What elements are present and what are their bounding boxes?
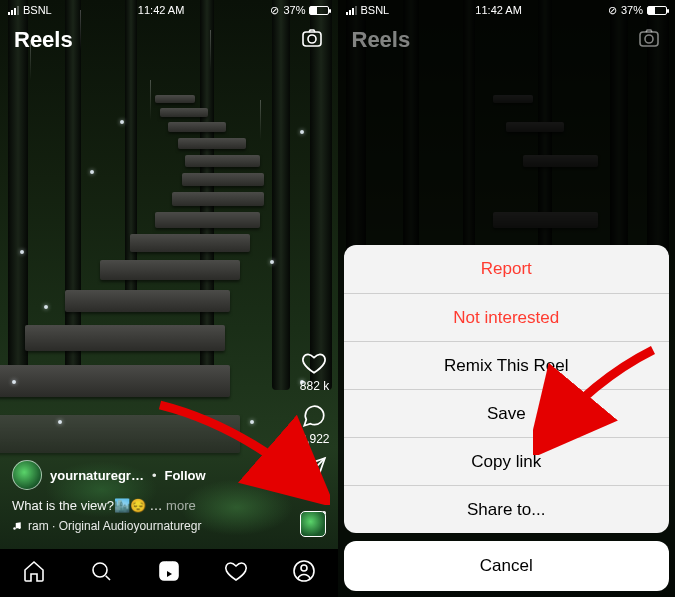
follow-button[interactable]: Follow — [164, 468, 205, 483]
svg-point-1 — [308, 35, 316, 43]
caption-text[interactable]: What is the view?🏙️😔 … more — [12, 498, 278, 513]
action-column: 882 k 2,922 — [299, 350, 329, 482]
audio-thumbnail[interactable] — [300, 511, 326, 537]
svg-point-3 — [18, 526, 21, 529]
sheet-share-to[interactable]: Share to... — [344, 485, 670, 533]
phone-right: BSNL 11:42 AM ⊘ 37% Reels lal Audioyourn… — [338, 0, 676, 597]
caption-more[interactable]: more — [166, 498, 196, 513]
signal-icon — [8, 6, 19, 15]
comment-count: 2,922 — [299, 432, 329, 446]
orientation-lock-icon: ⊘ — [270, 4, 279, 17]
comment-button[interactable]: 2,922 — [299, 403, 329, 446]
creator-avatar[interactable] — [12, 460, 42, 490]
battery-icon — [309, 6, 329, 15]
heart-icon — [301, 350, 327, 376]
svg-point-7 — [301, 565, 307, 571]
like-count: 882 k — [300, 379, 329, 393]
svg-point-4 — [93, 563, 107, 577]
creator-username[interactable]: yournaturegr… — [50, 468, 144, 483]
nav-home[interactable] — [22, 559, 46, 587]
audio-label: ram · Original Audioyournaturegr — [28, 519, 201, 533]
sheet-remix[interactable]: Remix This Reel — [344, 341, 670, 389]
svg-rect-5 — [160, 562, 178, 580]
svg-point-2 — [13, 527, 16, 530]
svg-rect-0 — [303, 32, 321, 46]
page-title: Reels — [14, 27, 73, 53]
bottom-nav — [0, 549, 338, 597]
action-sheet: Report Not interested Remix This Reel Sa… — [344, 245, 670, 591]
sheet-not-interested[interactable]: Not interested — [344, 293, 670, 341]
clock: 11:42 AM — [138, 4, 184, 16]
music-note-icon — [12, 521, 22, 531]
comment-icon — [301, 403, 327, 429]
sheet-cancel[interactable]: Cancel — [344, 541, 670, 591]
share-icon — [301, 456, 327, 482]
battery-pct: 37% — [283, 4, 305, 16]
nav-reels[interactable] — [157, 559, 181, 587]
sheet-copy-link[interactable]: Copy link — [344, 437, 670, 485]
reels-header: Reels — [0, 22, 338, 58]
nav-profile[interactable] — [292, 559, 316, 587]
nav-search[interactable] — [89, 559, 113, 587]
share-button[interactable] — [301, 456, 327, 482]
audio-row[interactable]: ram · Original Audioyournaturegr — [12, 519, 278, 533]
status-bar: BSNL 11:42 AM ⊘ 37% — [0, 0, 338, 20]
nav-activity[interactable] — [224, 559, 248, 587]
sheet-report[interactable]: Report — [344, 245, 670, 293]
sheet-save[interactable]: Save — [344, 389, 670, 437]
camera-button[interactable] — [300, 26, 324, 54]
caption-area: yournaturegr… • Follow What is the view?… — [12, 460, 278, 533]
phone-left: BSNL 11:42 AM ⊘ 37% Reels 882 k 2,922 — [0, 0, 338, 597]
like-button[interactable]: 882 k — [300, 350, 329, 393]
separator-dot: • — [152, 468, 157, 483]
carrier-label: BSNL — [23, 4, 52, 16]
